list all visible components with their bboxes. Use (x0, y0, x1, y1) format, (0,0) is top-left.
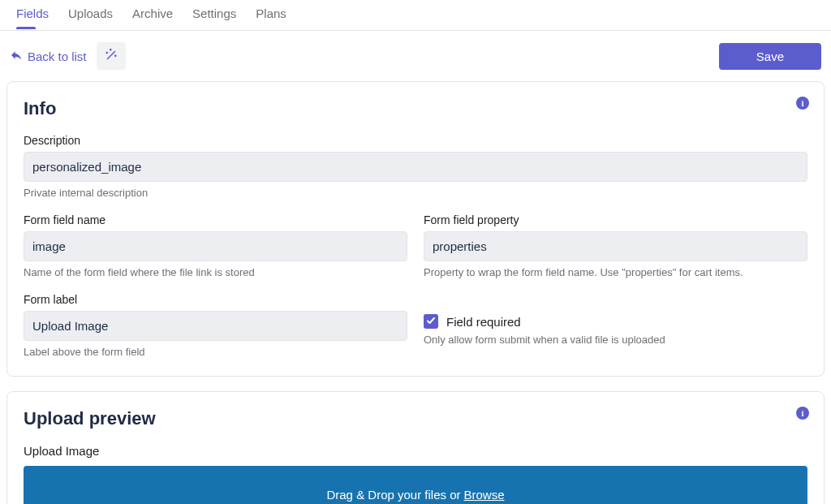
upload-preview-card: i Upload preview Upload Image Drag & Dro… (6, 391, 825, 504)
check-icon (426, 315, 436, 328)
back-to-list-link[interactable]: Back to list (10, 49, 87, 64)
toolbar: Back to list Save (0, 31, 831, 81)
tab-uploads[interactable]: Uploads (68, 0, 113, 29)
magic-wand-icon (104, 48, 118, 65)
upload-preview-title: Upload preview (24, 408, 807, 429)
form-label-input[interactable] (24, 311, 407, 341)
file-dropzone[interactable]: Drag & Drop your files or Browse (24, 466, 807, 504)
tab-archive[interactable]: Archive (132, 0, 173, 29)
tab-plans[interactable]: Plans (256, 0, 286, 29)
reply-arrow-icon (10, 49, 23, 64)
form-label-help: Label above the form field (24, 346, 407, 358)
form-field-property-label: Form field property (424, 213, 807, 226)
tab-fields[interactable]: Fields (16, 0, 49, 29)
form-field-name-help: Name of the form field where the file li… (24, 266, 407, 278)
description-input[interactable] (24, 152, 807, 182)
form-field-property-input[interactable] (424, 231, 807, 261)
top-tabs: Fields Uploads Archive Settings Plans (0, 0, 831, 31)
info-card-title: Info (24, 98, 807, 119)
browse-link[interactable]: Browse (464, 488, 505, 502)
magic-wand-button[interactable] (97, 42, 126, 70)
dropzone-text: Drag & Drop your files or (326, 488, 460, 502)
description-label: Description (24, 134, 807, 147)
back-to-list-label: Back to list (28, 50, 87, 63)
save-button[interactable]: Save (719, 43, 821, 70)
info-card: i Info Description Private internal desc… (6, 81, 825, 377)
info-icon[interactable]: i (796, 97, 809, 110)
field-required-help: Only allow form submit when a valid file… (424, 334, 807, 346)
tab-settings[interactable]: Settings (192, 0, 236, 29)
info-icon[interactable]: i (796, 407, 809, 420)
form-field-name-input[interactable] (24, 231, 407, 261)
form-field-property-help: Property to wrap the form field name. Us… (424, 266, 807, 278)
description-help: Private internal description (24, 187, 807, 199)
upload-image-label: Upload Image (24, 444, 807, 458)
form-label-label: Form label (24, 293, 407, 306)
field-required-label: Field required (446, 315, 521, 329)
field-required-checkbox[interactable] (424, 314, 438, 329)
form-field-name-label: Form field name (24, 213, 407, 226)
